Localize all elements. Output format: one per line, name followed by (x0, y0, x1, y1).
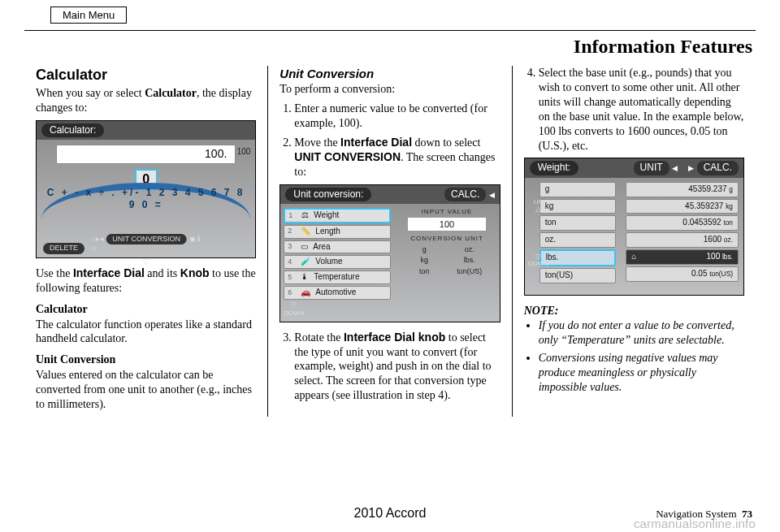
wr-calc-button[interactable]: CALC. (697, 161, 739, 175)
up-triangle-icon: △ (528, 205, 548, 213)
note-1: If you do not enter a value to be conver… (539, 318, 744, 348)
wr-unit-g[interactable]: g (540, 182, 617, 197)
calc-down-arrow-icon: ▽ (143, 257, 149, 267)
wr-val-g: 45359.237 g (626, 182, 739, 197)
uc-input-value: 100 (407, 217, 486, 231)
unit-conversion-desc: Values entered on the calculator can be … (36, 368, 256, 412)
uc-intro: To perform a conversion: (280, 82, 500, 97)
uc-calc-button[interactable]: CALC. ◀ (444, 188, 495, 201)
page-title: Information Features (24, 36, 752, 58)
uc-title-bar: Unit conversion: CALC. ◀ (280, 185, 499, 204)
unit-conversion-screenshot: Unit conversion: CALC. ◀ 1⚖Weight 2📏Leng… (280, 184, 500, 322)
calc-home-icon: ⌂▸◂ (91, 235, 106, 243)
uc-right-panel: INPUT VALUE 100 CONVERSION UNIT goz. kgl… (394, 204, 499, 322)
wr-val-ton: 0.0453592 ton (626, 215, 739, 231)
column-1: Calculator When you say or select Calcul… (24, 66, 267, 417)
calc-key-arc: C + - x ÷ . +/- 1 2 3 4 5 6 7 8 9 0 = (41, 183, 250, 227)
uc-item-automotive[interactable]: 6🚗Automotive (284, 286, 391, 300)
calculator-desc: The calculator function operates like a … (36, 318, 256, 347)
wr-val-lbs: ⌂100 lbs. (626, 249, 739, 265)
wr-value-list: 45359.237 g 45.359237 kg 0.0453592 ton 1… (621, 178, 743, 296)
uc-unit-grid: goz. kglbs. tonton(US) (399, 245, 494, 277)
wr-unit-kg[interactable]: kg (540, 199, 617, 214)
wr-unit-lbs[interactable]: lbs. (540, 249, 617, 266)
wr-unit-ton[interactable]: ton (540, 215, 617, 231)
wr-val-oz: 1600 oz. (626, 232, 739, 248)
calc-delete-pill[interactable]: DELETE (43, 243, 84, 254)
uc-step-2: Move the Interface Dial down to select U… (294, 136, 500, 179)
uc-steps-continued: Rotate the Interface Dial knob to select… (294, 331, 500, 404)
uc-item-weight[interactable]: 1⚖Weight (284, 208, 391, 223)
length-icon: 📏 (301, 227, 310, 237)
wr-updown: UP △ ▽ DOWN (528, 199, 548, 267)
uc-item-temperature[interactable]: 5🌡Temperature (284, 270, 391, 284)
uc-title-pill: Unit conversion: (285, 188, 371, 201)
calculator-screenshot: Calculator: 100. 100 0 C + - x ÷ . +/- 1… (36, 120, 256, 258)
uc-down-label: DOWN (284, 309, 304, 318)
uc-steps: Enter a numeric value to be converted (f… (294, 102, 500, 179)
wr-home-icon: ⌂ (631, 252, 636, 262)
calc-title-bar: Calculator: (37, 121, 255, 140)
watermark: carmanualsonline.info (634, 517, 756, 530)
wr-topright-buttons: UNIT ◀ ▶ CALC. (634, 161, 739, 175)
calc-display: 100. (56, 145, 236, 164)
uc-item-length[interactable]: 2📏Length (284, 225, 391, 239)
uc-left-triangle-icon: ◀ (489, 191, 495, 199)
wr-val-kg: 45.359237 kg (626, 199, 739, 214)
wr-title-pill: Weight: (530, 161, 578, 175)
uc-down-arrow-icon: ▽ (284, 301, 304, 310)
wr-right-triangle-icon: ▶ (688, 164, 694, 172)
calc-title-pill: Calculator: (41, 123, 104, 137)
wr-unit-button[interactable]: UNIT (634, 161, 670, 175)
note-label: NOTE: (524, 304, 744, 318)
wr-left-triangle-icon: ◀ (672, 164, 678, 172)
uc-step-3: Rotate the Interface Dial knob to select… (294, 331, 500, 404)
uc-step-1: Enter a numeric value to be converted (f… (294, 102, 500, 131)
note-2: Conversions using negative values may pr… (539, 351, 744, 395)
uc-step-4: Select the base unit (e.g., pounds) that… (539, 66, 744, 153)
temperature-icon: 🌡 (301, 272, 309, 283)
area-icon: ▭ (301, 242, 308, 253)
automotive-icon: 🚗 (301, 288, 310, 298)
wr-val-tonus: 0.05 ton(US) (626, 266, 739, 282)
uc-steps-col3: Select the base unit (e.g., pounds) that… (539, 66, 744, 153)
column-3: Select the base unit (e.g., pounds) that… (512, 66, 756, 417)
uc-input-label: INPUT VALUE (399, 208, 494, 216)
wr-title-bar: Weight: UNIT ◀ ▶ CALC. (525, 158, 743, 177)
uc-item-area[interactable]: 3▭Area (284, 240, 391, 254)
note-list: If you do not enter a value to be conver… (539, 318, 744, 395)
weight-result-screenshot: Weight: UNIT ◀ ▶ CALC. UP △ ▽ DOWN (524, 158, 744, 296)
subhead-calculator: Calculator (36, 302, 256, 317)
heading-unit-conversion: Unit Conversion (280, 66, 500, 81)
main-menu-button[interactable]: Main Menu (50, 6, 127, 24)
weight-icon: ⚖ (301, 210, 309, 221)
wr-unit-oz[interactable]: oz. (540, 232, 617, 248)
top-rule (24, 30, 756, 31)
uc-conv-label: CONVERSION UNIT (399, 235, 494, 243)
use-interface-dial: Use the Interface Dial and its Knob to u… (36, 266, 256, 296)
calc-unit-conversion-pill[interactable]: UNIT CONVERSION (106, 234, 187, 245)
volume-icon: 🧪 (301, 257, 310, 267)
calculator-intro: When you say or select Calculator, the d… (36, 86, 256, 115)
calc-arc-keys: C + - x ÷ . +/- 1 2 3 4 5 6 7 8 9 0 = (47, 187, 245, 210)
uc-item-volume[interactable]: 4🧪Volume (284, 255, 391, 269)
subhead-unit-conversion: Unit Conversion (36, 353, 256, 367)
wr-unit-tonus[interactable]: ton(US) (540, 268, 617, 283)
column-2: Unit Conversion To perform a conversion:… (267, 66, 511, 417)
calc-side-value: 100 (237, 147, 251, 158)
heading-calculator: Calculator (36, 66, 256, 84)
